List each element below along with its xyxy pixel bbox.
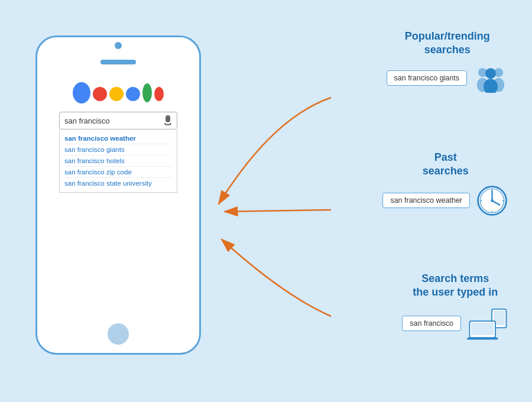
- section-past: Pastsearches san francisco weather: [382, 151, 508, 217]
- phone-home-button[interactable]: [108, 323, 129, 345]
- typed-title: Search termsthe user typed in: [413, 272, 498, 300]
- search-input-box[interactable]: san francisco: [59, 112, 177, 129]
- microphone-icon: [164, 115, 172, 126]
- past-tag: san francisco weather: [382, 193, 470, 208]
- suggestion-item[interactable]: san francisco hotels: [64, 155, 172, 167]
- svg-rect-19: [467, 338, 498, 340]
- search-query-text: san francisco: [64, 116, 110, 125]
- phone-camera: [115, 42, 122, 49]
- past-row: san francisco weather: [382, 184, 508, 217]
- suggestion-item[interactable]: san francisco zip code: [64, 167, 172, 178]
- popular-title: Popular/trendingsearches: [405, 30, 490, 57]
- svg-rect-18: [471, 322, 494, 335]
- people-icon: [473, 63, 508, 93]
- google-dot-blue: [73, 82, 90, 103]
- popular-tag: san francisco giants: [387, 70, 467, 86]
- google-dot-yellow: [109, 87, 124, 101]
- suggestions-dropdown: san francisco weather san francisco gian…: [59, 129, 177, 193]
- devices-icon: [467, 306, 508, 341]
- phone-screen: san francisco san francisco weather san …: [53, 70, 183, 323]
- phone-speaker: [100, 60, 136, 64]
- suggestion-item[interactable]: san francisco state university: [64, 178, 172, 189]
- typed-tag: san francisco: [402, 316, 461, 331]
- google-dot-red: [93, 87, 107, 101]
- phone: san francisco san francisco weather san …: [35, 35, 201, 355]
- google-dot-red2: [154, 87, 164, 101]
- typed-row: san francisco: [402, 306, 508, 341]
- google-dot-green: [142, 83, 152, 102]
- past-title: Pastsearches: [423, 151, 469, 179]
- popular-row: san francisco giants: [387, 63, 508, 93]
- section-popular: Popular/trendingsearches san francisco g…: [387, 30, 508, 93]
- svg-point-10: [491, 199, 494, 202]
- suggestion-item[interactable]: san francisco giants: [64, 144, 172, 155]
- section-typed: Search termsthe user typed in san franci…: [402, 272, 508, 341]
- google-dot-blue2: [126, 87, 140, 101]
- svg-point-4: [485, 68, 496, 79]
- google-logo: [73, 82, 164, 103]
- clock-icon: [476, 184, 508, 217]
- suggestion-item[interactable]: san francisco weather: [64, 133, 172, 144]
